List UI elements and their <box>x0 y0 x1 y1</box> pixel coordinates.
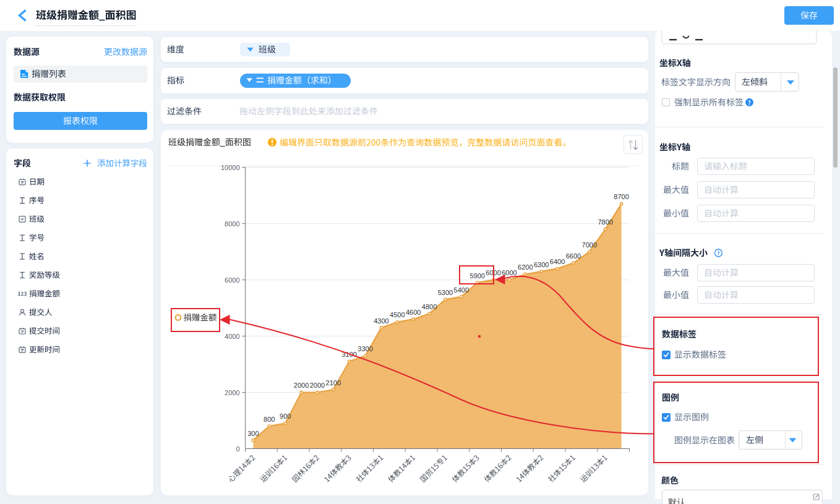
svg-text:5300: 5300 <box>438 289 453 296</box>
svg-text:3300: 3300 <box>358 345 372 352</box>
svg-text:8700: 8700 <box>614 193 628 200</box>
svg-text:4600: 4600 <box>406 309 421 316</box>
svg-text:6400: 6400 <box>550 258 565 265</box>
svg-text:4800: 4800 <box>422 303 437 310</box>
svg-text:8000: 8000 <box>225 220 239 228</box>
svg-text:800: 800 <box>264 416 275 423</box>
svg-text:5400: 5400 <box>454 286 469 294</box>
svg-text:6000: 6000 <box>225 276 239 284</box>
svg-text:300: 300 <box>247 430 259 437</box>
svg-text:6300: 6300 <box>534 261 549 268</box>
svg-text:10000: 10000 <box>221 164 240 171</box>
svg-text:6600: 6600 <box>566 252 581 260</box>
svg-text:4500: 4500 <box>390 311 405 318</box>
svg-text:900: 900 <box>280 412 291 420</box>
svg-text:4300: 4300 <box>374 317 388 325</box>
svg-text:7000: 7000 <box>582 241 597 249</box>
svg-text:7800: 7800 <box>598 218 612 226</box>
svg-text:4000: 4000 <box>225 333 239 340</box>
svg-text:5900: 5900 <box>469 272 484 280</box>
svg-text:2000: 2000 <box>294 382 309 389</box>
svg-text:2100: 2100 <box>326 379 341 387</box>
svg-text:2000: 2000 <box>310 382 325 389</box>
svg-text:0: 0 <box>236 445 239 453</box>
svg-text:2000: 2000 <box>225 389 239 396</box>
svg-text:6200: 6200 <box>518 263 533 271</box>
